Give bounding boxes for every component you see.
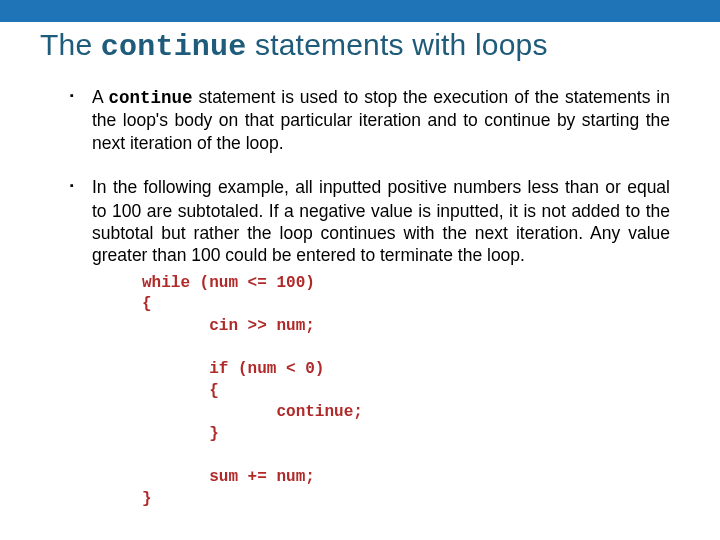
slide-title: The continue statements with loops	[40, 28, 680, 64]
bullet-keyword: continue	[109, 88, 193, 108]
bullet-item: In the following example, all inputted p…	[70, 176, 670, 510]
bullet-text-pre: A	[92, 87, 109, 107]
bullet-list: A continue statement is used to stop the…	[40, 86, 680, 510]
slide-body: The continue statements with loops A con…	[0, 28, 720, 510]
title-prefix: The	[40, 28, 101, 61]
title-keyword: continue	[101, 30, 247, 64]
title-suffix: statements with loops	[246, 28, 547, 61]
bullet-item: A continue statement is used to stop the…	[70, 86, 670, 154]
top-accent-bar	[0, 0, 720, 22]
bullet-text-post: In the following example, all inputted p…	[92, 177, 670, 265]
code-block: while (num <= 100) { cin >> num; if (num…	[142, 273, 670, 511]
